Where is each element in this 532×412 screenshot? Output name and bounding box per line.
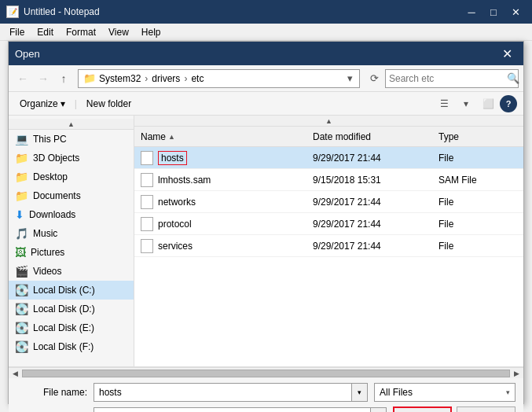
music-icon: 🎵 bbox=[15, 227, 28, 240]
toolbar-divider: | bbox=[75, 98, 77, 109]
file-type-lmhosts: SAM File bbox=[438, 175, 517, 186]
sidebar-item-pictures[interactable]: 🖼 Pictures bbox=[9, 243, 134, 262]
organize-arrow-icon: ▾ bbox=[61, 98, 65, 109]
file-date-lmhosts: 9/15/2018 15:31 bbox=[313, 175, 438, 186]
dialog-close-button[interactable]: ✕ bbox=[497, 45, 517, 62]
sidebar-item-thispc[interactable]: 💻 This PC bbox=[9, 130, 134, 149]
breadcrumb-etc[interactable]: etc bbox=[191, 73, 204, 84]
sidebar-label-localc: Local Disk (C:) bbox=[33, 285, 95, 296]
filename-input[interactable] bbox=[94, 384, 351, 401]
hscroll-left-arrow[interactable]: ◀ bbox=[10, 370, 20, 377]
menu-file[interactable]: File bbox=[3, 25, 31, 39]
maximize-button[interactable]: □ bbox=[483, 3, 504, 20]
breadcrumb-system32[interactable]: System32 bbox=[99, 73, 141, 84]
view-details-button[interactable]: ☰ bbox=[434, 95, 454, 112]
file-date-networks: 9/29/2017 21:44 bbox=[313, 197, 438, 208]
view-controls: ☰ ▾ ⬜ ? bbox=[434, 95, 517, 112]
forward-button[interactable]: → bbox=[34, 69, 53, 88]
file-name-lmhosts: lmhosts.sam bbox=[158, 175, 211, 186]
search-input[interactable] bbox=[389, 73, 507, 84]
sidebar-label-music: Music bbox=[33, 228, 57, 239]
filename-dropdown-arrow[interactable]: ▾ bbox=[351, 384, 367, 401]
hscroll-right-arrow[interactable]: ▶ bbox=[512, 370, 522, 377]
filename-row: File name: ▾ All Files ▾ bbox=[17, 383, 515, 402]
file-icon-hosts bbox=[141, 151, 153, 165]
filelist-header: Name ▲ Date modified Type bbox=[134, 127, 523, 147]
new-folder-button[interactable]: New folder bbox=[82, 95, 136, 112]
back-button[interactable]: ← bbox=[13, 69, 32, 88]
file-row-services[interactable]: services 9/29/2017 21:44 File bbox=[134, 235, 523, 257]
file-row-networks[interactable]: networks 9/29/2017 21:44 File bbox=[134, 191, 523, 213]
sidebar-item-documents[interactable]: 📁 Documents bbox=[9, 186, 134, 205]
breadcrumb-bar[interactable]: 📁 System32 › drivers › etc ▾ bbox=[78, 69, 360, 88]
notepad-app-icon: 📝 bbox=[6, 6, 19, 18]
file-name-cell-hosts: hosts bbox=[141, 151, 313, 165]
sidebar-label-videos: Videos bbox=[33, 266, 61, 277]
notepad-title-left: 📝 Untitled - Notepad bbox=[6, 6, 100, 18]
cancel-button[interactable]: Cancel bbox=[457, 406, 515, 412]
encoding-dropdown-arrow[interactable]: ▾ bbox=[370, 408, 386, 412]
col-date-header[interactable]: Date modified bbox=[313, 131, 438, 142]
sidebar-item-videos[interactable]: 🎬 Videos bbox=[9, 262, 134, 281]
file-type-services: File bbox=[438, 241, 517, 252]
sidebar-item-localc[interactable]: 💽 Local Disk (C:) bbox=[9, 281, 134, 300]
view-toggle-button[interactable]: ▾ bbox=[456, 95, 476, 112]
file-date-protocol: 9/29/2017 21:44 bbox=[313, 219, 438, 230]
menu-edit[interactable]: Edit bbox=[31, 25, 60, 39]
help-button[interactable]: ? bbox=[500, 95, 517, 112]
notepad-close-button[interactable]: ✕ bbox=[505, 3, 526, 20]
breadcrumb-sep-1: › bbox=[145, 73, 148, 84]
sidebar-item-locale[interactable]: 💽 Local Disk (E:) bbox=[9, 318, 134, 337]
breadcrumb-sep-2: › bbox=[184, 73, 187, 84]
file-row-lmhosts[interactable]: lmhosts.sam 9/15/2018 15:31 SAM File bbox=[134, 169, 523, 191]
breadcrumb-dropdown-button[interactable]: ▾ bbox=[346, 72, 354, 84]
open-dialog: Open ✕ ← → ↑ 📁 System32 › drivers › etc … bbox=[8, 41, 524, 404]
organize-button[interactable]: Organize ▾ bbox=[15, 95, 70, 112]
locald-icon: 💽 bbox=[15, 303, 28, 315]
encoding-actions-row: Encoding: ANSI ▾ Open Cancel bbox=[17, 406, 515, 412]
filetype-dropdown-arrow: ▾ bbox=[506, 388, 510, 396]
sidebar-item-downloads[interactable]: ⬇ Downloads bbox=[9, 205, 134, 224]
menu-help[interactable]: Help bbox=[135, 25, 167, 39]
open-button[interactable]: Open bbox=[393, 406, 452, 412]
search-bar[interactable]: 🔍 bbox=[385, 69, 519, 88]
sidebar-label-pictures: Pictures bbox=[31, 247, 64, 258]
sidebar-item-music[interactable]: 🎵 Music bbox=[9, 224, 134, 243]
navigation-toolbar: ← → ↑ 📁 System32 › drivers › etc ▾ ⟳ 🔍 bbox=[9, 65, 523, 92]
sidebar-label-downloads: Downloads bbox=[29, 209, 75, 220]
col-name-header[interactable]: Name ▲ bbox=[141, 131, 313, 142]
sidebar-scroll-up[interactable]: ▲ bbox=[9, 119, 134, 130]
file-date-hosts: 9/29/2017 21:44 bbox=[313, 153, 438, 164]
filename-input-container[interactable]: ▾ bbox=[94, 383, 368, 402]
sidebar-label-documents: Documents bbox=[33, 190, 81, 201]
horizontal-scrollbar[interactable]: ◀ ▶ bbox=[9, 367, 523, 378]
sidebar-item-3dobjects[interactable]: 📁 3D Objects bbox=[9, 149, 134, 167]
file-icon-protocol bbox=[141, 217, 153, 231]
hscroll-thumb[interactable] bbox=[22, 370, 510, 377]
breadcrumb-folder-icon: 📁 bbox=[83, 72, 96, 84]
file-name-hosts: hosts bbox=[158, 151, 187, 165]
col-type-header[interactable]: Type bbox=[438, 131, 517, 142]
refresh-button[interactable]: ⟳ bbox=[365, 69, 383, 88]
encoding-input-container[interactable]: ANSI ▾ bbox=[94, 407, 387, 412]
filetype-dropdown[interactable]: All Files ▾ bbox=[374, 383, 515, 402]
file-row-hosts[interactable]: hosts 9/29/2017 21:44 File bbox=[134, 147, 523, 169]
sidebar-label-3dobjects: 3D Objects bbox=[33, 153, 79, 164]
filetype-value: All Files bbox=[380, 387, 413, 398]
menu-format[interactable]: Format bbox=[60, 25, 102, 39]
dialog-title: Open bbox=[15, 48, 40, 60]
filelist-scroll-up[interactable]: ▲ bbox=[134, 116, 523, 127]
minimize-button[interactable]: ─ bbox=[461, 3, 482, 20]
notepad-menubar: File Edit Format View Help bbox=[0, 24, 532, 41]
sidebar-label-locale: Local Disk (E:) bbox=[33, 322, 94, 333]
file-name-networks: networks bbox=[158, 197, 196, 208]
preview-pane-button[interactable]: ⬜ bbox=[478, 95, 498, 112]
filename-label: File name: bbox=[17, 387, 87, 398]
breadcrumb-drivers[interactable]: drivers bbox=[152, 73, 180, 84]
menu-view[interactable]: View bbox=[102, 25, 135, 39]
sidebar-item-desktop[interactable]: 📁 Desktop bbox=[9, 167, 134, 186]
sidebar-item-localf[interactable]: 💽 Local Disk (F:) bbox=[9, 337, 134, 356]
up-button[interactable]: ↑ bbox=[54, 69, 73, 88]
file-row-protocol[interactable]: protocol 9/29/2017 21:44 File bbox=[134, 213, 523, 235]
sidebar-item-locald[interactable]: 💽 Local Disk (D:) bbox=[9, 300, 134, 318]
